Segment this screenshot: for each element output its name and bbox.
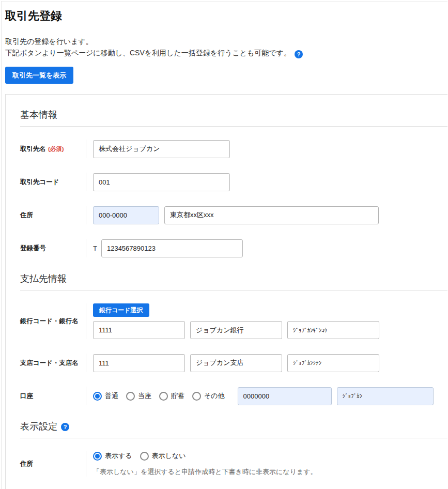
form-row-address: 住所 <box>20 206 447 224</box>
page-title: 取引先登録 <box>5 9 447 23</box>
registration-number-label: 登録番号 <box>20 239 86 257</box>
display-address-note: 「表示しない」を選択すると申請作成時と下書き時に非表示になります。 <box>93 467 317 477</box>
radio-display-address-hide[interactable]: 表示しない <box>140 451 186 461</box>
branch-kana-input[interactable] <box>287 354 379 372</box>
supplier-name-label: 取引先名 (必須) <box>20 140 86 158</box>
form-row-supplier-code: 取引先コード <box>20 173 447 191</box>
account-number-input[interactable] <box>238 387 332 405</box>
radio-icon <box>192 392 201 401</box>
branch-name-input[interactable] <box>190 354 282 372</box>
radio-account-type-other[interactable]: その他 <box>192 391 225 401</box>
section-divider <box>20 290 447 291</box>
bank-name-input[interactable] <box>190 321 282 339</box>
description-line2: 下記ボタンより一覧ページに移動し、CSVを利用した一括登録を行うことも可能です。 <box>5 49 291 57</box>
description-line1: 取引先の登録を行います。 <box>5 37 93 45</box>
radio-icon <box>126 392 135 401</box>
section-divider <box>20 438 447 438</box>
bank-kana-input[interactable] <box>287 321 379 339</box>
account-type-radio-group: 普通 当座 貯蓄 その他 <box>93 391 233 401</box>
section-heading-basic: 基本情報 <box>20 108 447 121</box>
show-supplier-list-button[interactable]: 取引先一覧を表示 <box>5 67 73 84</box>
page-description: 取引先の登録を行います。 下記ボタンより一覧ページに移動し、CSVを利用した一括… <box>5 36 447 58</box>
display-address-label: 住所 <box>20 451 86 477</box>
display-settings-help-icon[interactable]: ? <box>61 423 69 431</box>
required-badge: (必須) <box>48 145 64 154</box>
form-row-display-address: 住所 表示する 表示しない 「表示しない」を選択すると申請作成時と下書き時に非表… <box>20 451 447 477</box>
supplier-name-input[interactable] <box>93 140 230 158</box>
radio-account-type-current[interactable]: 当座 <box>126 391 151 401</box>
registration-number-prefix: T <box>93 244 97 252</box>
bank-code-input[interactable] <box>93 321 185 339</box>
form-row-branch: 支店コード・支店名 <box>20 354 447 372</box>
form-row-account: 口座 普通 当座 貯蓄 <box>20 387 447 405</box>
radio-icon <box>159 392 168 401</box>
section-divider <box>20 126 447 127</box>
supplier-code-input[interactable] <box>93 173 230 191</box>
radio-account-type-ordinary[interactable]: 普通 <box>93 391 118 401</box>
registration-number-input[interactable] <box>101 239 243 257</box>
radio-account-type-savings[interactable]: 貯蓄 <box>159 391 184 401</box>
csv-help-icon[interactable]: ? <box>295 50 303 58</box>
supplier-registration-page: 取引先登録 取引先の登録を行います。 下記ボタンより一覧ページに移動し、CSVを… <box>1 1 447 489</box>
account-label: 口座 <box>20 387 86 405</box>
form-row-registration-number: 登録番号 T <box>20 239 447 257</box>
postal-code-input[interactable] <box>93 206 159 224</box>
address-label: 住所 <box>20 206 86 224</box>
registration-form-card: 基本情報 取引先名 (必須) 取引先コード 住所 登録番号 <box>5 94 447 489</box>
branch-code-input[interactable] <box>93 354 185 372</box>
radio-icon <box>93 392 102 401</box>
radio-display-address-show[interactable]: 表示する <box>93 451 132 461</box>
bank-label: 銀行コード・銀行名 <box>20 303 86 339</box>
supplier-code-label: 取引先コード <box>20 173 86 191</box>
display-address-radio-group: 表示する 表示しない <box>93 451 194 461</box>
radio-icon <box>140 452 149 461</box>
account-holder-kana-input[interactable] <box>337 387 434 405</box>
address-input[interactable] <box>164 206 379 224</box>
form-row-bank: 銀行コード・銀行名 銀行コード選択 <box>20 303 447 339</box>
branch-label: 支店コード・支店名 <box>20 354 86 372</box>
bank-code-select-button[interactable]: 銀行コード選択 <box>93 303 149 317</box>
section-heading-display: 表示設定? <box>20 420 447 433</box>
radio-icon <box>93 452 102 461</box>
form-row-supplier-name: 取引先名 (必須) <box>20 140 447 158</box>
section-heading-payment: 支払先情報 <box>20 272 447 285</box>
